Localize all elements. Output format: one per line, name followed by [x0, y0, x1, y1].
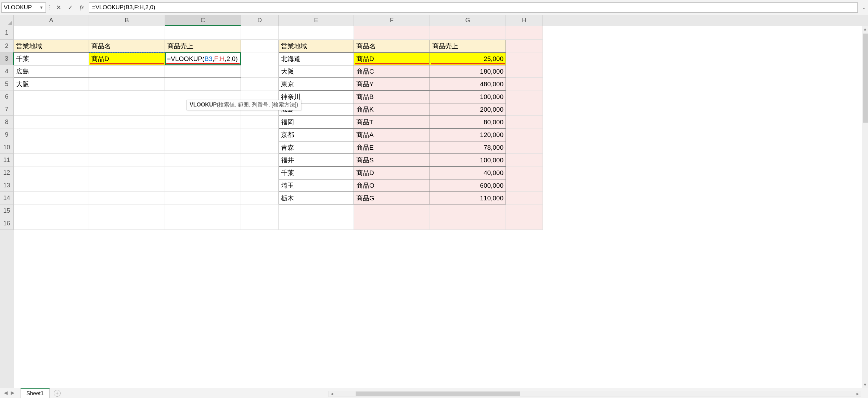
col-header-D[interactable]: D [241, 15, 279, 26]
cell[interactable] [14, 128, 89, 141]
cell[interactable] [89, 26, 165, 40]
cell[interactable] [165, 65, 241, 78]
cell[interactable]: 商品K [354, 103, 430, 116]
cell[interactable] [14, 90, 89, 103]
cell[interactable]: 商品G [354, 192, 430, 204]
cell[interactable]: 千葉 [14, 52, 89, 65]
cell[interactable] [241, 217, 279, 230]
sheet-nav-prev-icon[interactable]: ◄ [3, 389, 9, 397]
scroll-left-icon[interactable]: ◄ [329, 391, 335, 396]
cell[interactable]: 商品D [354, 52, 430, 65]
row-header-8[interactable]: 8 [0, 116, 14, 128]
cell[interactable]: 110,000 [430, 192, 506, 204]
cell[interactable] [89, 217, 165, 230]
cell[interactable]: 広島 [14, 65, 89, 78]
cell[interactable] [89, 128, 165, 141]
cell[interactable] [241, 154, 279, 166]
cell[interactable] [89, 204, 165, 217]
horizontal-scrollbar[interactable]: ◄ ► [329, 391, 861, 397]
cell[interactable] [165, 128, 241, 141]
row-header-5[interactable]: 5 [0, 78, 14, 90]
cell[interactable]: 480,000 [430, 78, 506, 90]
cell[interactable] [165, 154, 241, 166]
row-header-4[interactable]: 4 [0, 65, 14, 78]
cell[interactable] [506, 52, 543, 65]
row-header-6[interactable]: 6 [0, 90, 14, 103]
cell[interactable]: 商品C [354, 65, 430, 78]
scroll-thumb[interactable] [356, 391, 520, 396]
cell[interactable]: 600,000 [430, 179, 506, 192]
cell[interactable]: 80,000 [430, 116, 506, 128]
cell[interactable]: 東京 [279, 78, 354, 90]
cell[interactable]: 100,000 [430, 90, 506, 103]
cell[interactable] [506, 217, 543, 230]
col-header-E[interactable]: E [279, 15, 354, 26]
cell[interactable] [14, 26, 89, 40]
cell[interactable] [241, 141, 279, 154]
cell[interactable]: 商品S [354, 154, 430, 166]
col-header-F[interactable]: F [354, 15, 430, 26]
cell[interactable]: 福岡 [279, 116, 354, 128]
cell[interactable] [14, 141, 89, 154]
cell[interactable] [14, 116, 89, 128]
cell[interactable] [165, 141, 241, 154]
cell[interactable] [89, 166, 165, 179]
cell[interactable] [241, 128, 279, 141]
row-header-2[interactable]: 2 [0, 40, 14, 52]
name-box[interactable]: VLOOKUP ▼ [1, 2, 46, 13]
cell[interactable] [506, 78, 543, 90]
cell[interactable] [241, 179, 279, 192]
cell[interactable] [506, 90, 543, 103]
add-sheet-button[interactable]: + [54, 390, 61, 397]
cell[interactable]: 栃木 [279, 192, 354, 204]
cell[interactable] [165, 217, 241, 230]
cell[interactable] [354, 26, 430, 40]
cell[interactable]: 78,000 [430, 141, 506, 154]
cell-header[interactable]: 商品売上 [430, 40, 506, 52]
accept-formula-button[interactable]: ✓ [64, 2, 76, 13]
cell[interactable]: 京都 [279, 128, 354, 141]
cell[interactable] [506, 65, 543, 78]
cell[interactable] [241, 204, 279, 217]
cell[interactable] [89, 179, 165, 192]
cell[interactable] [165, 204, 241, 217]
cell[interactable]: 商品Y [354, 78, 430, 90]
row-header-10[interactable]: 10 [0, 141, 14, 154]
cell[interactable]: 商品D [89, 52, 165, 65]
cell[interactable] [165, 78, 241, 90]
cell[interactable] [241, 65, 279, 78]
col-header-C[interactable]: C [165, 15, 241, 26]
scroll-up-icon[interactable]: ▲ [862, 26, 868, 32]
cell[interactable]: 200,000 [430, 103, 506, 116]
sheet-nav-next-icon[interactable]: ► [10, 389, 16, 397]
col-header-A[interactable]: A [14, 15, 89, 26]
editing-cell[interactable]: =VLOOKUP(B3,F:H,2,0) [165, 52, 241, 65]
cell[interactable] [14, 217, 89, 230]
cell[interactable] [430, 204, 506, 217]
cell[interactable]: 大阪 [279, 65, 354, 78]
cell[interactable] [165, 116, 241, 128]
cell[interactable]: 埼玉 [279, 179, 354, 192]
cell[interactable] [165, 179, 241, 192]
col-header-B[interactable]: B [89, 15, 165, 26]
cell[interactable] [506, 192, 543, 204]
cell[interactable] [354, 217, 430, 230]
cell[interactable] [241, 78, 279, 90]
cell[interactable]: 180,000 [430, 65, 506, 78]
cell[interactable] [279, 26, 354, 40]
cell-header[interactable]: 商品売上 [165, 40, 241, 52]
cell[interactable]: 商品B [354, 90, 430, 103]
row-header-12[interactable]: 12 [0, 166, 14, 179]
insert-function-button[interactable]: fx [76, 2, 88, 13]
cell[interactable] [14, 192, 89, 204]
cell[interactable] [89, 65, 165, 78]
cell[interactable] [165, 166, 241, 179]
cell[interactable] [241, 166, 279, 179]
cell-grid[interactable]: 営業地域 商品名 商品売上 営業地域 商品名 商品売上 千葉 商品D =VLOO… [14, 26, 868, 388]
cell[interactable] [506, 103, 543, 116]
row-header-15[interactable]: 15 [0, 204, 14, 217]
row-header-16[interactable]: 16 [0, 217, 14, 230]
cell[interactable]: 100,000 [430, 154, 506, 166]
cell[interactable]: 青森 [279, 141, 354, 154]
row-header-7[interactable]: 7 [0, 103, 14, 116]
